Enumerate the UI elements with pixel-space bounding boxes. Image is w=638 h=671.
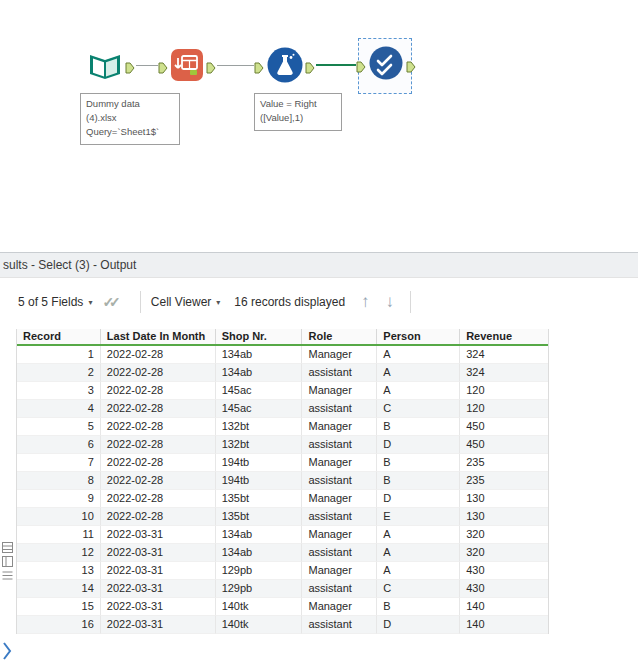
data-cell[interactable]: B — [377, 472, 460, 490]
table-row[interactable]: 22022-02-28134abassistantA324 — [17, 364, 548, 382]
data-cell[interactable]: C — [377, 400, 460, 418]
workflow-canvas[interactable]: Dummy data (4).xlsx Query=`Sheet1$` Valu… — [0, 0, 638, 252]
data-cell[interactable]: 2022-03-31 — [101, 598, 216, 616]
data-cell[interactable]: 2022-02-28 — [101, 472, 216, 490]
data-cell[interactable]: 134ab — [216, 346, 303, 364]
data-cell[interactable]: A — [377, 526, 460, 544]
data-cell[interactable]: assistant — [302, 364, 377, 382]
table-row[interactable]: 152022-03-31140tkManagerB140 — [17, 598, 548, 616]
column-header-shop-nr[interactable]: Shop Nr. — [216, 329, 303, 344]
fields-dropdown[interactable]: 5 of 5 Fields ▾ — [18, 295, 92, 309]
list-view-icon[interactable] — [2, 567, 13, 585]
output-anchor[interactable] — [305, 60, 315, 72]
data-cell[interactable]: Manager — [302, 382, 377, 400]
data-cell[interactable]: B — [377, 418, 460, 436]
data-cell[interactable]: 140tk — [216, 616, 303, 634]
cell-viewer-dropdown[interactable]: Cell Viewer ▾ — [151, 295, 220, 309]
data-cell[interactable]: assistant — [302, 436, 377, 454]
data-cell[interactable]: assistant — [302, 472, 377, 490]
table-row[interactable]: 112022-03-31134abManagerA320 — [17, 526, 548, 544]
connection-line-selected[interactable] — [316, 64, 356, 66]
data-cell[interactable]: 134ab — [216, 526, 303, 544]
data-cell[interactable]: 2022-03-31 — [101, 616, 216, 634]
data-cell[interactable]: B — [377, 598, 460, 616]
data-cell[interactable]: 194tb — [216, 472, 303, 490]
data-cell[interactable]: 120 — [460, 382, 548, 400]
record-number-cell[interactable]: 9 — [17, 490, 101, 508]
table-row[interactable]: 42022-02-28145acassistantC120 — [17, 400, 548, 418]
data-cell[interactable]: 145ac — [216, 400, 303, 418]
column-header-revenue[interactable]: Revenue — [460, 329, 548, 344]
table-row[interactable]: 102022-02-28135btassistantE130 — [17, 508, 548, 526]
data-cell[interactable]: 320 — [460, 526, 548, 544]
table-row[interactable]: 72022-02-28194tbManagerB235 — [17, 454, 548, 472]
data-cell[interactable]: D — [377, 490, 460, 508]
data-cell[interactable]: 2022-02-28 — [101, 382, 216, 400]
table-row[interactable]: 142022-03-31129pbassistantC430 — [17, 580, 548, 598]
data-cell[interactable]: A — [377, 346, 460, 364]
data-cell[interactable]: 324 — [460, 364, 548, 382]
record-number-cell[interactable]: 3 — [17, 382, 101, 400]
data-cell[interactable]: Manager — [302, 418, 377, 436]
record-number-cell[interactable]: 4 — [17, 400, 101, 418]
data-cell[interactable]: 324 — [460, 346, 548, 364]
data-cell[interactable]: D — [377, 436, 460, 454]
annotation-formula[interactable]: Value = Right ([Value],1) — [254, 93, 342, 131]
table-row[interactable]: 62022-02-28132btassistantD450 — [17, 436, 548, 454]
panel-expand-chevron-icon[interactable] — [1, 639, 13, 667]
data-cell[interactable]: 2022-02-28 — [101, 508, 216, 526]
data-cell[interactable]: assistant — [302, 580, 377, 598]
connection-line[interactable] — [217, 65, 254, 66]
record-number-cell[interactable]: 6 — [17, 436, 101, 454]
record-number-cell[interactable]: 7 — [17, 454, 101, 472]
input-anchor[interactable] — [158, 60, 168, 72]
record-number-cell[interactable]: 5 — [17, 418, 101, 436]
output-anchor[interactable] — [206, 60, 216, 72]
transform-tool[interactable] — [170, 48, 204, 86]
data-cell[interactable]: 2022-02-28 — [101, 400, 216, 418]
data-cell[interactable]: 2022-02-28 — [101, 418, 216, 436]
column-header-role[interactable]: Role — [302, 329, 377, 344]
data-cell[interactable]: 2022-02-28 — [101, 364, 216, 382]
record-number-cell[interactable]: 8 — [17, 472, 101, 490]
data-cell[interactable]: 135bt — [216, 490, 303, 508]
record-number-cell[interactable]: 14 — [17, 580, 101, 598]
table-row[interactable]: 132022-03-31129pbManagerA430 — [17, 562, 548, 580]
table-row[interactable]: 122022-03-31134abassistantA320 — [17, 544, 548, 562]
formula-tool[interactable] — [266, 46, 304, 88]
record-number-cell[interactable]: 13 — [17, 562, 101, 580]
data-cell[interactable]: 430 — [460, 580, 548, 598]
column-header-record[interactable]: Record — [17, 329, 101, 344]
data-cell[interactable]: Manager — [302, 490, 377, 508]
record-number-cell[interactable]: 10 — [17, 508, 101, 526]
data-cell[interactable]: assistant — [302, 616, 377, 634]
data-cell[interactable]: 2022-03-31 — [101, 580, 216, 598]
input-anchor[interactable] — [254, 60, 264, 72]
apply-checkmarks-icon[interactable]: ✓✓ — [102, 294, 115, 310]
data-cell[interactable]: 2022-03-31 — [101, 526, 216, 544]
data-cell[interactable]: B — [377, 454, 460, 472]
table-row[interactable]: 162022-03-31140tkassistantD140 — [17, 616, 548, 634]
data-cell[interactable]: 130 — [460, 508, 548, 526]
data-cell[interactable]: Manager — [302, 562, 377, 580]
scroll-up-arrow-icon[interactable]: ↑ — [361, 292, 370, 312]
data-cell[interactable]: 194tb — [216, 454, 303, 472]
data-cell[interactable]: Manager — [302, 526, 377, 544]
data-cell[interactable]: 2022-03-31 — [101, 544, 216, 562]
data-cell[interactable]: 430 — [460, 562, 548, 580]
data-cell[interactable]: 140tk — [216, 598, 303, 616]
data-cell[interactable]: Manager — [302, 598, 377, 616]
data-cell[interactable]: A — [377, 562, 460, 580]
select-tool[interactable] — [368, 45, 404, 85]
data-cell[interactable]: 135bt — [216, 508, 303, 526]
data-cell[interactable]: 129pb — [216, 580, 303, 598]
data-cell[interactable]: assistant — [302, 508, 377, 526]
table-row[interactable]: 32022-02-28145acManagerA120 — [17, 382, 548, 400]
data-cell[interactable]: 235 — [460, 454, 548, 472]
output-anchor[interactable] — [125, 60, 135, 72]
record-number-cell[interactable]: 1 — [17, 346, 101, 364]
data-cell[interactable]: Manager — [302, 454, 377, 472]
data-cell[interactable]: assistant — [302, 544, 377, 562]
data-cell[interactable]: 450 — [460, 418, 548, 436]
data-cell[interactable]: 129pb — [216, 562, 303, 580]
